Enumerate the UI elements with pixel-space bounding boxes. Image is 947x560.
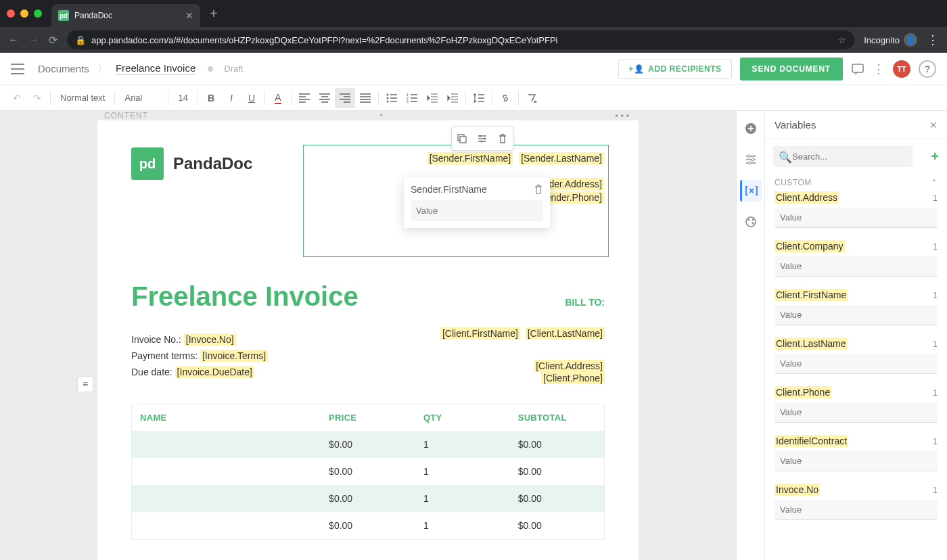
panel-section-header[interactable]: CUSTOM ⌃ <box>765 174 947 191</box>
table-row[interactable]: $0.001$0.00 <box>132 485 605 512</box>
drag-handle[interactable]: ≡ <box>77 376 93 392</box>
invoice-table[interactable]: NAME PRICE QTY SUBTOTAL $0.001$0.00 $0.0… <box>131 404 605 540</box>
invoice-no-token[interactable]: [Invoce.No] <box>184 333 236 346</box>
align-center-button[interactable] <box>315 88 335 108</box>
svg-point-2 <box>386 97 388 99</box>
variable-value-input[interactable] <box>775 451 938 471</box>
variable-count: 1 <box>933 485 938 495</box>
send-document-button[interactable]: SEND DOCUMENT <box>740 57 843 80</box>
section-label: CUSTOM <box>775 178 812 187</box>
undo-button[interactable]: ↶ <box>7 88 27 108</box>
close-tab-button[interactable]: ✕ <box>185 10 193 21</box>
brand-name: PandaDoc <box>173 154 252 173</box>
bold-button[interactable]: B <box>201 88 221 108</box>
clear-format-button[interactable] <box>522 88 542 108</box>
variable-name[interactable]: Client.FirstName <box>775 289 848 301</box>
outdent-button[interactable] <box>422 88 442 108</box>
browser-menu-button[interactable]: ⋮ <box>927 32 939 47</box>
browser-tab[interactable]: pd PandaDoc ✕ <box>51 4 200 27</box>
underline-button[interactable]: U <box>241 88 262 108</box>
new-tab-button[interactable]: + <box>210 6 218 22</box>
filters-button[interactable] <box>740 149 762 170</box>
variable-name[interactable]: IdentifielContract <box>775 435 848 447</box>
variable-value-input[interactable] <box>775 402 938 423</box>
table-row[interactable]: $0.001$0.00 <box>132 512 605 540</box>
variable-value-input[interactable] <box>775 305 938 325</box>
variable-name[interactable]: Client.Address <box>775 191 839 204</box>
due-date-label: Due date: <box>131 367 172 377</box>
client-firstname-token[interactable]: [Client.FirstName] <box>440 327 520 340</box>
settings-button[interactable] <box>472 127 492 150</box>
trash-icon[interactable] <box>534 184 543 195</box>
variable-value-input[interactable] <box>775 208 938 228</box>
breadcrumb-root[interactable]: Documents <box>38 63 89 74</box>
url-bar[interactable]: 🔒 app.pandadoc.com/a/#/documents/oHZPzko… <box>67 30 854 49</box>
help-button[interactable]: ? <box>919 60 936 78</box>
avatar[interactable]: TT <box>893 60 910 78</box>
variable-value-input[interactable] <box>775 354 938 374</box>
add-variable-button[interactable]: + <box>931 149 939 164</box>
svg-point-11 <box>481 141 483 143</box>
sender-lastname-token[interactable]: [Sender.LastName] <box>519 152 604 164</box>
star-icon[interactable]: ☆ <box>838 35 846 45</box>
more-menu-button[interactable]: ⋮ <box>873 62 885 76</box>
breadcrumb-current[interactable]: Freelance Invoice <box>116 62 195 75</box>
panel-title: Variables <box>775 119 816 131</box>
menu-button[interactable] <box>11 64 24 74</box>
bullet-list-button[interactable] <box>382 88 402 108</box>
minimize-window-button[interactable] <box>20 9 28 18</box>
search-input[interactable] <box>773 146 913 167</box>
variable-name[interactable]: Invoce.No <box>775 484 820 496</box>
payment-terms-token[interactable]: [Invoice.Terms] <box>200 350 268 362</box>
variable-name[interactable]: Client.Phone <box>775 386 831 398</box>
client-phone-token[interactable]: [Client.Phone] <box>541 372 605 384</box>
variable-value-input[interactable] <box>411 200 543 221</box>
font-size-select[interactable]: 14 <box>171 93 194 103</box>
style-select[interactable]: Normal text <box>53 93 112 103</box>
add-recipients-button[interactable]: +👤 ADD RECIPIENTS <box>618 59 731 79</box>
variable-name[interactable]: Client.LastName <box>775 337 848 350</box>
maximize-window-button[interactable] <box>34 9 42 18</box>
close-panel-button[interactable]: ✕ <box>929 120 938 131</box>
close-window-button[interactable] <box>7 9 15 18</box>
variable-item: Client.Company1 <box>775 240 938 277</box>
variable-count: 1 <box>933 193 938 203</box>
collapse-rail-button[interactable] <box>740 556 762 560</box>
variables-button[interactable] <box>740 180 762 202</box>
theme-button[interactable] <box>740 211 762 233</box>
numbered-list-button[interactable]: 123 <box>402 88 422 108</box>
chat-icon[interactable] <box>851 62 864 76</box>
text-color-button[interactable]: A <box>268 88 288 108</box>
canvas-more-button[interactable]: ••• <box>615 111 632 120</box>
sender-firstname-token[interactable]: [Sender.FirstName] <box>428 152 513 164</box>
align-left-button[interactable] <box>294 88 315 108</box>
align-right-button[interactable] <box>335 88 355 108</box>
variable-value-input[interactable] <box>775 500 938 520</box>
back-button[interactable]: ← <box>8 34 19 46</box>
align-justify-button[interactable] <box>355 88 375 108</box>
copy-button[interactable] <box>452 127 472 150</box>
bill-to-block: BILL TO: [Client.FirstName] [Client.Last… <box>440 332 605 385</box>
italic-button[interactable]: I <box>221 88 241 108</box>
line-height-button[interactable] <box>469 88 489 108</box>
reload-button[interactable]: ⟳ <box>49 34 57 47</box>
table-row[interactable]: $0.001$0.00 <box>132 458 605 485</box>
client-address-token[interactable]: [Client.Address] <box>534 360 605 372</box>
table-row[interactable]: $0.001$0.00 <box>132 431 605 458</box>
forward-button[interactable]: → <box>28 34 39 46</box>
variables-panel: Variables ✕ 🔍 + CUSTOM ⌃ Client.Address1… <box>764 111 947 560</box>
delete-button[interactable] <box>492 127 513 150</box>
svg-point-13 <box>747 155 750 158</box>
document-page[interactable]: ≡ pd PandaDoc [Sender.FirstName] [Sender… <box>97 120 639 560</box>
redo-button[interactable]: ↷ <box>27 88 47 108</box>
indent-button[interactable] <box>442 88 463 108</box>
content-tab[interactable]: CONTENT <box>104 111 148 120</box>
add-block-button[interactable] <box>740 118 762 139</box>
client-lastname-token[interactable]: [Client.LastName] <box>526 327 605 340</box>
due-date-token[interactable]: [Invoice.DueDate] <box>175 366 254 378</box>
sender-block[interactable]: [Sender.FirstName] [Sender.LastName] [Se… <box>303 145 609 257</box>
variable-value-input[interactable] <box>775 256 938 277</box>
font-select[interactable]: Arial <box>118 93 165 103</box>
variable-name[interactable]: Client.Company <box>775 240 845 252</box>
link-button[interactable] <box>495 88 515 108</box>
